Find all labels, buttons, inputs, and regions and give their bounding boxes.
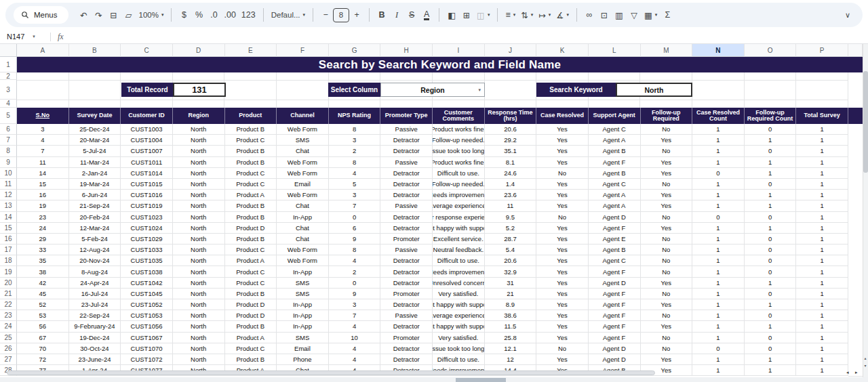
table-cell[interactable]: lot happy with suppor	[433, 321, 485, 332]
table-cell[interactable]: North	[173, 190, 225, 200]
table-cell[interactable]: 2	[329, 146, 381, 156]
table-cell[interactable]: Agent B	[589, 245, 641, 255]
table-cell[interactable]: Passive	[380, 124, 433, 135]
table-cell[interactable]: North	[173, 255, 225, 266]
table-cell[interactable]: Agent C	[589, 255, 641, 266]
vertical-align-button[interactable]: ⇅▾	[518, 7, 536, 23]
table-cell[interactable]: 1	[796, 168, 848, 179]
table-cell[interactable]: 29	[17, 234, 69, 245]
zoom-button[interactable]: 100%▾	[136, 7, 167, 23]
table-cell[interactable]: 24	[17, 223, 69, 234]
print-button[interactable]: ⊟	[106, 7, 121, 23]
table-header-cell[interactable]: Follow-up Required Count	[745, 108, 797, 124]
table-cell[interactable]: 20-Mar-24	[69, 135, 121, 146]
column-header-I[interactable]: I	[433, 44, 485, 57]
table-cell[interactable]: Product B	[225, 354, 277, 365]
text-wrapping-button[interactable]: ↦▾	[536, 7, 553, 23]
table-cell[interactable]: 5-Feb-24	[69, 234, 121, 245]
table-cell[interactable]: 15	[17, 179, 69, 190]
table-cell[interactable]: Product A	[225, 255, 277, 266]
table-cell[interactable]: 1	[796, 310, 848, 321]
table-cell[interactable]: 5.4	[485, 245, 537, 255]
table-cell[interactable]: Product B	[225, 212, 277, 223]
row-header-22[interactable]: 22	[0, 299, 17, 310]
table-cell[interactable]: Yes	[536, 124, 589, 135]
table-cell[interactable]: 3	[329, 190, 381, 200]
table-cell[interactable]: 1	[692, 299, 745, 310]
table-cell[interactable]: 1	[692, 234, 745, 245]
table-cell[interactable]: 1	[692, 124, 745, 135]
table-cell[interactable]: 38	[17, 266, 69, 277]
table-cell[interactable]: 1	[692, 200, 745, 211]
row-header-5[interactable]: 5	[0, 108, 17, 124]
table-cell[interactable]: CUST1072	[121, 354, 173, 365]
table-cell[interactable]: North	[173, 266, 225, 277]
table-cell[interactable]: North	[173, 135, 225, 146]
row-header-8[interactable]: 8	[0, 146, 17, 156]
column-header-C[interactable]: C	[121, 44, 173, 57]
column-header-O[interactable]: O	[745, 44, 797, 57]
vertical-scrollbar[interactable]	[863, 44, 868, 377]
undo-button[interactable]: ↶	[77, 7, 92, 23]
select-all-corner[interactable]	[0, 44, 17, 57]
table-cell[interactable]: Agent A	[589, 190, 641, 200]
text-rotation-button[interactable]: ∡▾	[553, 7, 572, 23]
table-cell[interactable]: Web Form	[277, 124, 329, 135]
table-cell[interactable]: 0	[745, 255, 797, 266]
table-cell[interactable]: Yes	[641, 135, 693, 146]
table-cell[interactable]: No	[641, 245, 693, 255]
font-family-button[interactable]: Defaul...▾	[269, 7, 308, 23]
table-cell[interactable]: Chat	[277, 223, 329, 234]
table-cell[interactable]: 20.6	[485, 255, 537, 266]
table-cell[interactable]: Detractor	[380, 190, 433, 200]
table-cell[interactable]: 70	[17, 343, 69, 354]
table-cell[interactable]: In-App	[277, 266, 329, 277]
table-cell[interactable]: 1	[745, 278, 797, 289]
table-cell[interactable]: Product works fine.	[433, 124, 485, 135]
table-cell[interactable]: CUST1053	[121, 310, 173, 321]
table-cell[interactable]: Agent F	[589, 266, 641, 277]
table-cell[interactable]: No	[641, 212, 693, 223]
table-cell[interactable]: Average experience.	[433, 310, 485, 321]
table-cell[interactable]: 11	[485, 200, 537, 211]
table-cell[interactable]: Issue took too long.	[433, 146, 485, 156]
table-cell[interactable]: Agent E	[589, 234, 641, 245]
table-cell[interactable]: North	[173, 245, 225, 255]
table-cell[interactable]: 1	[692, 289, 745, 299]
table-cell[interactable]: Yes	[536, 299, 589, 310]
table-cell[interactable]: 8	[329, 157, 381, 168]
horizontal-scrollbar-thumb[interactable]	[7, 370, 655, 375]
table-cell[interactable]: 1	[796, 333, 848, 343]
increase-font-size-button[interactable]: +	[349, 7, 364, 23]
table-cell[interactable]: Excellent service.	[433, 234, 485, 245]
table-cell[interactable]: 21	[485, 289, 537, 299]
table-cell[interactable]: 28.7	[485, 234, 537, 245]
table-cell[interactable]: 45	[17, 289, 69, 299]
table-cell[interactable]: Needs improvement.	[433, 190, 485, 200]
table-cell[interactable]: 23-Jul-24	[69, 299, 121, 310]
table-cell[interactable]: No	[536, 212, 589, 223]
table-cell[interactable]: Product D	[225, 310, 277, 321]
table-cell[interactable]: 1	[692, 179, 745, 190]
create-filter-button[interactable]: ▽	[627, 7, 642, 23]
table-cell[interactable]: 1	[796, 223, 848, 234]
table-cell[interactable]: 24.6	[485, 168, 537, 179]
table-cell[interactable]: Very satisfied.	[433, 333, 485, 343]
table-cell[interactable]: CUST1033	[121, 245, 173, 255]
table-cell[interactable]: 6	[329, 223, 381, 234]
table-cell[interactable]: No	[641, 333, 693, 343]
table-cell[interactable]: Follow-up needed.	[433, 179, 485, 190]
scroll-right-arrow[interactable]: ▸	[855, 370, 858, 375]
table-cell[interactable]: CUST1038	[121, 266, 173, 277]
decrease-font-size-button[interactable]: −	[318, 7, 333, 23]
table-cell[interactable]: Web Form	[277, 168, 329, 179]
table-cell[interactable]: 1	[692, 223, 745, 234]
table-cell[interactable]: Yes	[536, 310, 589, 321]
table-cell[interactable]: North	[173, 168, 225, 179]
table-cell[interactable]: 5.2	[485, 223, 537, 234]
table-cell[interactable]: 1	[796, 135, 848, 146]
table-header-cell[interactable]: Customer ID	[121, 108, 173, 124]
table-cell[interactable]: No	[536, 168, 589, 179]
table-cell[interactable]: 1	[796, 278, 848, 289]
table-cell[interactable]: Web Form	[277, 255, 329, 266]
